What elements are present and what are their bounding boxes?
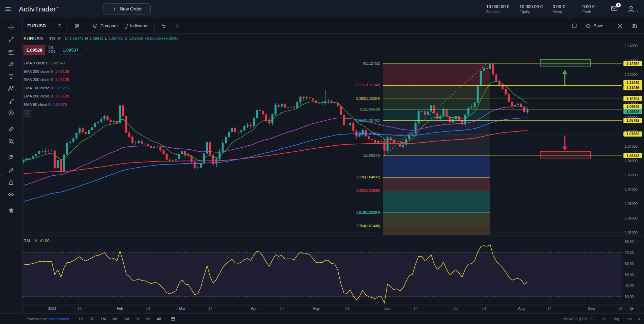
range-1m[interactable]: 1M [98, 316, 109, 322]
chevron-up-icon [25, 112, 29, 116]
text-tool[interactable] [4, 72, 18, 81]
pencil-icon [8, 167, 14, 174]
drawing-toolbar [0, 18, 23, 313]
fib-level-label[interactable]: 0.5(1.09548) [313, 107, 380, 111]
metric-equity: 10 000.00 €Equity [519, 4, 543, 14]
buy-price-button[interactable]: 1.09537 [60, 45, 81, 55]
account-menu-button[interactable] [627, 5, 639, 13]
indicator-legend-row[interactable]: EMA 50 close 01.09876 [24, 100, 178, 109]
price-axis[interactable]: 1.140001.130001.120001.110001.100001.090… [622, 34, 644, 304]
fib-level-label[interactable]: 1.382(1.03896) [313, 188, 380, 193]
divider [598, 316, 598, 321]
save-button[interactable]: Save [582, 21, 613, 31]
indicator-legend-row[interactable]: EMA 9 close 01.09949 [24, 59, 178, 67]
drawing-mode-tool[interactable] [4, 166, 18, 175]
auto-scale-button[interactable]: au [627, 317, 632, 321]
indicator-legend-row[interactable]: EMA 200 close 01.08128 [24, 92, 178, 100]
indicators-button[interactable]: ƒ Indicators [122, 21, 152, 31]
range-all[interactable]: All [154, 316, 164, 322]
chart-style-button[interactable] [70, 21, 83, 31]
measure-tool[interactable] [4, 124, 18, 134]
redo-button[interactable] [171, 21, 184, 31]
time-label-Jul: Jul [454, 306, 458, 311]
percent-scale-button[interactable]: % [602, 317, 606, 321]
metric-balance: 10 000.00 €Balance [486, 4, 510, 14]
metric-swap: 0.00 €Swap [553, 4, 572, 14]
range-3m[interactable]: 3M [109, 316, 120, 322]
rsi-legend[interactable]: RSI 14 41.90 [24, 239, 50, 243]
price-label-1.10304: 1.10304 [623, 96, 642, 101]
crosshair-tool[interactable] [4, 23, 18, 32]
rsi-tick: 80.00 [625, 240, 634, 244]
tradingview-link[interactable]: TradingView [48, 317, 69, 321]
clock[interactable]: 08:24:53 (UTC+2) [562, 317, 593, 321]
time-label-14: 14 [547, 306, 551, 311]
chart-settings-button[interactable] [614, 21, 626, 31]
time-label-14: 14 [280, 306, 284, 311]
brush-tool[interactable] [4, 60, 18, 69]
hide-all-drawings-tool[interactable] [4, 190, 18, 199]
emoji-tool[interactable] [4, 108, 18, 118]
legend-symbol[interactable]: EURUSD [24, 36, 43, 41]
indicator-legend-row[interactable]: EMA 200 close 01.08128 [24, 67, 178, 76]
fib-level-label[interactable]: 0.236(1.11240) [313, 83, 380, 87]
remove-objects-tool[interactable] [4, 206, 18, 215]
menu-icon[interactable] [5, 6, 11, 12]
new-order-button[interactable]: New Order [103, 3, 151, 14]
price-label-1.11240: 1.11240 [623, 80, 642, 85]
price-tick: 1.06000 [625, 159, 638, 163]
ohlc-readout: O1.09475 H1.09611 L1.09461 C1.09528 +0.0… [65, 36, 178, 40]
legend-collapse-button[interactable] [24, 110, 31, 117]
price-tick: 1.03000 [625, 202, 638, 206]
layout-button[interactable] [568, 21, 581, 31]
range-1d[interactable]: 1D [76, 316, 86, 322]
forecast-tool[interactable] [4, 97, 18, 106]
fib-level-label[interactable]: 0.786(1.07856) [313, 132, 380, 136]
range-1y[interactable]: 1Y [132, 316, 142, 322]
fib-level-label[interactable]: 0.382(1.10304) [313, 96, 380, 100]
legend-interval[interactable]: 1D [49, 36, 55, 41]
symbol-search-button[interactable]: EURUSD [24, 21, 49, 30]
trend-line-tool[interactable] [4, 35, 18, 44]
price-tick: 1.02000 [625, 216, 638, 220]
indicator-label: EMA 200 close 0 [24, 69, 53, 73]
compare-button[interactable]: Compare [89, 21, 121, 31]
notifications-button[interactable]: 1 [611, 5, 618, 13]
magnet-tool[interactable] [4, 153, 18, 162]
fib-level-label[interactable]: 0(1.12752) [313, 61, 380, 65]
fib-level-label[interactable]: 0.618(1.08792) [313, 118, 380, 122]
range-5y[interactable]: 5Y [143, 316, 153, 322]
object-tree-toggle[interactable] [0, 173, 3, 179]
legend-separator: · [45, 36, 47, 41]
time-axis-settings-icon[interactable] [629, 306, 634, 311]
caret-down-icon[interactable] [596, 5, 600, 8]
zoom-tool[interactable] [4, 137, 18, 146]
time-label-14: 14 [345, 306, 349, 311]
indicator-legend-row[interactable]: EMA 200 close 01.08128 [24, 76, 178, 84]
time-label-Apr: Apr [251, 306, 256, 311]
interval-button[interactable]: D [55, 22, 65, 30]
collapse-panel-icon[interactable] [636, 316, 641, 322]
rsi-tick: 40.00 [625, 284, 634, 288]
indicator-legend-row[interactable]: EMA 100 close 01.09215 [24, 84, 178, 92]
time-label-14: 14 [413, 306, 418, 311]
brush-icon [8, 61, 14, 68]
time-axis[interactable]: 202315Feb14Mar14Apr14May14Jun14Jul14Aug1… [23, 304, 644, 313]
screenshot-button[interactable] [628, 21, 641, 31]
fib-level-label[interactable]: 1(1.06344) [313, 153, 380, 157]
range-6m[interactable]: 6M [121, 316, 131, 322]
indicator-label: EMA 200 close 0 [24, 94, 53, 98]
range-5d[interactable]: 5D [87, 316, 97, 322]
undo-button[interactable] [157, 21, 170, 31]
price-tick: 1.05000 [625, 173, 638, 177]
pattern-tool[interactable] [4, 84, 18, 93]
go-to-date-icon[interactable] [170, 316, 176, 322]
sell-price-button[interactable]: 1.09528 [24, 45, 45, 55]
spread-readout: 0.9 0.01 [49, 46, 55, 54]
lock-all-drawings-tool[interactable] [4, 178, 18, 187]
log-scale-button[interactable]: log [614, 317, 619, 321]
fib-level-label[interactable]: 1.236(1.04832) [313, 175, 380, 179]
fib-retracement-tool[interactable] [4, 48, 18, 57]
fib-level-label[interactable]: 1.764(1.01448) [313, 224, 380, 228]
fib-level-label[interactable]: 1.618(1.02384) [313, 210, 380, 214]
